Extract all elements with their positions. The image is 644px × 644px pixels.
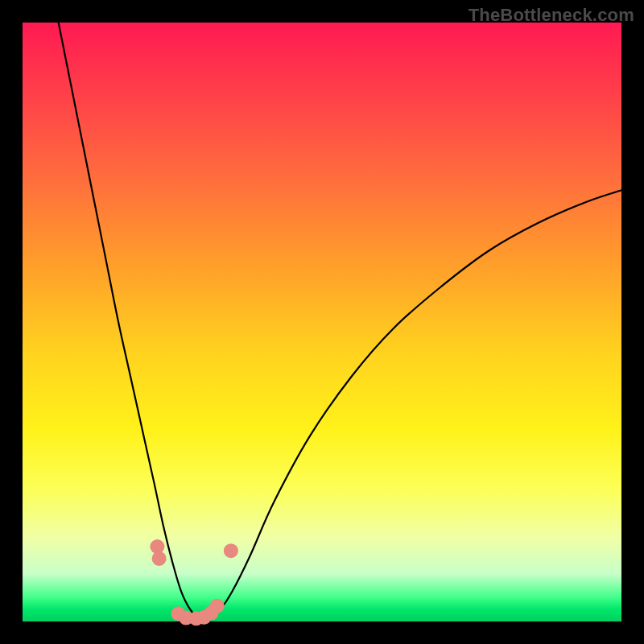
plot-area xyxy=(23,23,621,621)
marker-dot xyxy=(210,599,225,613)
marker-dot xyxy=(224,543,238,558)
bottleneck-curve xyxy=(59,23,621,620)
chart-frame: TheBottleneck.com xyxy=(0,0,644,644)
marker-dot xyxy=(152,551,167,566)
marker-group xyxy=(150,539,238,625)
chart-svg xyxy=(23,23,621,621)
watermark-text: TheBottleneck.com xyxy=(469,5,634,26)
